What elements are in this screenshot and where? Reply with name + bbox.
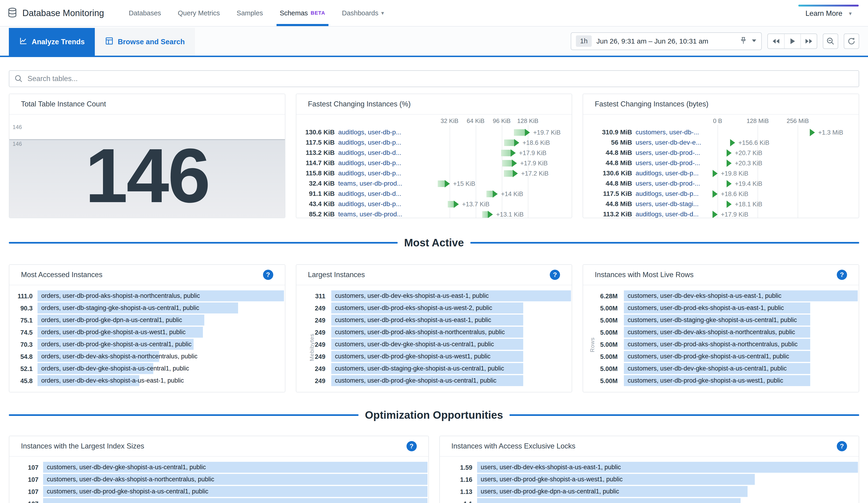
instance-link[interactable]: users, user-db-prod-... [636, 180, 700, 187]
row-value: 75.1 [9, 317, 33, 324]
row-value: 249 [296, 353, 326, 360]
row-value: 1.59 [440, 464, 473, 471]
delta-label: +14 KiB [501, 190, 523, 198]
instance-link[interactable]: auditlogs, user-db-p... [338, 169, 401, 177]
instance-link[interactable]: auditlogs, user-db-p... [338, 128, 401, 136]
row-value: 44.8 MiB [583, 180, 632, 187]
delta-label: +19.7 KiB [533, 129, 561, 136]
instance-label[interactable]: customers, user-db-dev-eks-shopist-a-us-… [628, 290, 781, 301]
instance-link[interactable]: auditlogs, user-db-d... [338, 149, 401, 157]
instance-link[interactable]: teams, user-db-prod... [338, 180, 402, 187]
row-value: 74.5 [9, 329, 33, 336]
play-icon[interactable] [784, 34, 800, 49]
instance-link[interactable]: users, user-db-prod-... [636, 159, 700, 167]
change-bar [501, 150, 511, 156]
instance-link[interactable]: customers, user-db-... [636, 128, 699, 136]
instance-label[interactable]: orders, user-db-dev-gke-shopist-a-us-cen… [41, 363, 189, 374]
instance-label[interactable]: customers, user-db-prod-aks-shopist-a-no… [335, 327, 505, 338]
instance-label[interactable]: customers, user-db-prod-gke-shopist-a-us… [628, 351, 789, 362]
delta-label: +13.1 KiB [496, 211, 524, 218]
instance-label[interactable]: customers, user-db-prod-eks-shopist-a-us… [335, 303, 492, 313]
zoom-out-button[interactable] [823, 33, 838, 49]
tab-dashboards[interactable]: Dashboards ▾ [334, 0, 392, 26]
help-icon[interactable]: ? [550, 270, 560, 280]
row-value: 70.3 [9, 341, 33, 348]
fastest-changing-bytes-card: Fastest Changing Instances (bytes) 0 B12… [582, 94, 859, 218]
instance-link[interactable]: auditlogs, user-db-p... [636, 169, 699, 177]
instance-label[interactable]: customers, user-db-staging-gke-shopist-a… [628, 315, 797, 326]
tab-query-metrics[interactable]: Query Metrics [169, 0, 228, 26]
instance-label[interactable]: orders, user-db-dev-eks-shopist-a-us-eas… [41, 375, 184, 386]
pin-icon[interactable] [740, 37, 747, 46]
card-title: Instances with the Largest Index Sizes [21, 442, 144, 450]
big-number-chart[interactable]: 146 146 146 [9, 115, 285, 218]
tab-samples[interactable]: Samples [228, 0, 271, 26]
instance-label[interactable]: customers, user-db-staging-gke-shopist-a… [335, 363, 504, 374]
help-icon[interactable]: ? [263, 270, 273, 280]
time-range-picker[interactable]: 1h Jun 26, 9:31 am – Jun 26, 10:31 am [571, 32, 762, 50]
bar[interactable] [43, 498, 427, 503]
change-bar [504, 139, 514, 146]
instance-link[interactable]: users, user-db-dev-e... [636, 139, 701, 146]
change-arrow-icon [726, 149, 732, 157]
analyze-trends-tab[interactable]: Analyze Trends [9, 28, 95, 56]
instance-label[interactable]: customers, user-db-dev-aks-shopist-a-nor… [628, 327, 795, 338]
instance-label[interactable]: customers, user-db-prod-gke-shopist-a-us… [628, 375, 783, 386]
instance-label[interactable]: orders, user-db-prod-gke-shopist-a-us-we… [41, 327, 186, 338]
change-bar [448, 201, 454, 208]
instance-label[interactable]: orders, user-db-prod-gke-shopist-a-us-ce… [41, 339, 192, 350]
instance-label[interactable]: customers, user-db-prod-gke-shopist-a-us… [335, 375, 496, 386]
instance-label[interactable]: users, user-db-prod-gke-dpn-a-us-central… [481, 486, 619, 497]
instance-label[interactable]: customers, user-db-dev-gke-shopist-a-us-… [47, 462, 206, 473]
instance-link[interactable]: users, user-db-prod-... [636, 149, 700, 157]
instance-link[interactable]: auditlogs, user-db-d... [636, 210, 699, 218]
instance-label[interactable]: customers, user-db-dev-aks-shopist-a-nor… [47, 474, 214, 485]
refresh-icon[interactable] [844, 33, 859, 49]
row-value: 115.8 KiB [296, 169, 335, 177]
instance-label[interactable]: customers, user-db-dev-gke-shopist-a-us-… [628, 363, 787, 374]
instance-label[interactable]: orders, user-db-prod-aks-shopist-a-north… [41, 290, 200, 301]
shift-forward-icon[interactable] [800, 34, 817, 49]
instance-link[interactable]: users, user-db-stagi... [636, 200, 699, 208]
help-icon[interactable]: ? [837, 441, 847, 451]
most-live-rows-card: Instances with Most Live Rows ? Rows 6.2… [582, 264, 859, 392]
instance-label[interactable]: customers, user-db-prod-eks-shopist-a-us… [628, 303, 784, 313]
instance-link[interactable]: auditlogs, user-db-p... [338, 159, 401, 167]
browse-search-tab[interactable]: Browse and Search [95, 28, 195, 56]
time-span-chip[interactable]: 1h [576, 35, 592, 47]
top-nav: Database Monitoring Databases Query Metr… [0, 0, 868, 27]
instance-label[interactable]: users, user-db-prod-gke-shopist-a-us-wes… [481, 474, 623, 485]
section-header-most-active: Most Active [9, 235, 859, 250]
instance-link[interactable]: auditlogs, user-db-d... [338, 190, 401, 198]
instance-label[interactable]: orders, user-db-staging-gke-shopist-a-us… [41, 303, 199, 313]
fastest-changing-bytes-chart: 0 B128 MiB256 MiB310.9 MiBcustomers, use… [583, 115, 859, 218]
instance-link[interactable]: teams, user-db-prod... [338, 210, 402, 218]
bar[interactable] [477, 498, 741, 503]
instance-label[interactable]: customers, user-db-prod-gke-shopist-a-us… [47, 486, 208, 497]
instance-label[interactable]: orders, user-db-prod-gke-dpn-a-us-centra… [41, 315, 182, 326]
tab-schemas[interactable]: Schemas BETA [271, 0, 334, 26]
change-bar [486, 191, 493, 197]
instance-label[interactable]: users, user-db-dev-eks-shopist-a-us-east… [481, 462, 621, 473]
delta-label: +13.7 KiB [462, 201, 490, 208]
instance-label[interactable]: customers, user-db-prod-gke-shopist-a-us… [335, 351, 490, 362]
help-icon[interactable]: ? [837, 270, 847, 280]
row-value: 44.8 MiB [583, 149, 632, 157]
instance-label[interactable]: customers, user-db-prod-eks-shopist-a-us… [335, 315, 491, 326]
instance-label[interactable]: customers, user-db-prod-aks-shopist-a-no… [628, 339, 797, 350]
instance-label[interactable]: customers, user-db-dev-eks-shopist-a-us-… [335, 290, 489, 301]
instance-link[interactable]: auditlogs, user-db-p... [636, 190, 699, 198]
search-input[interactable] [9, 70, 859, 87]
instance-label[interactable]: orders, user-db-dev-aks-shopist-a-northc… [41, 351, 198, 362]
row-value: 32.4 KiB [296, 180, 335, 187]
learn-more-button[interactable]: Learn More ▾ [798, 5, 859, 21]
change-bar [514, 129, 525, 136]
tab-databases[interactable]: Databases [121, 0, 169, 26]
card-title: Total Table Instance Count [21, 100, 106, 108]
instance-link[interactable]: auditlogs, user-db-p... [338, 200, 401, 208]
instance-label[interactable]: customers, user-db-dev-gke-shopist-a-us-… [335, 339, 494, 350]
help-icon[interactable]: ? [406, 441, 417, 451]
chevron-down-icon[interactable] [752, 39, 757, 43]
shift-back-icon[interactable] [768, 34, 784, 49]
instance-link[interactable]: auditlogs, user-db-p... [338, 139, 401, 146]
